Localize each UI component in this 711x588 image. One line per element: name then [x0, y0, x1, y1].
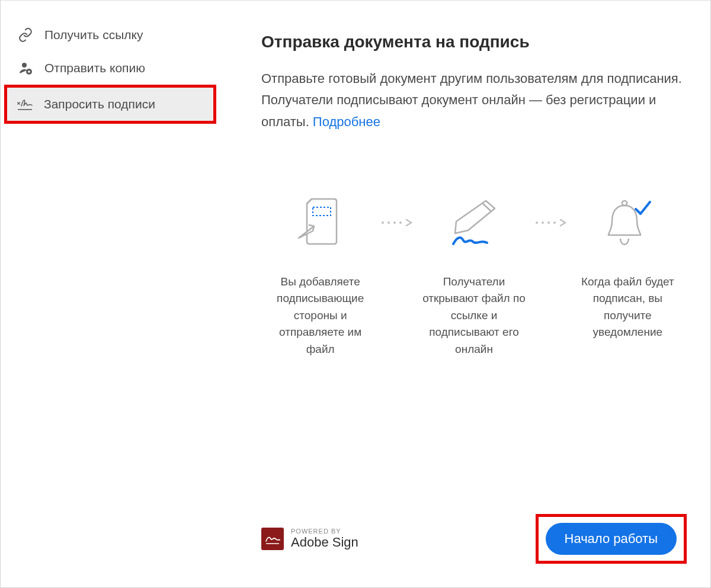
powered-top: POWERED BY: [291, 528, 358, 535]
svg-point-6: [393, 221, 396, 224]
main-content: Отправка документа на подпись Отправьте …: [220, 1, 710, 587]
footer: POWERED BY Adobe Sign Начало работы: [261, 514, 687, 564]
svg-point-13: [622, 201, 627, 205]
dots-arrow-icon: [379, 219, 415, 229]
step-1: Вы добавляете подписывающие стороны и от…: [261, 192, 379, 358]
svg-point-7: [399, 221, 402, 224]
page-title: Отправка документа на подпись: [261, 33, 687, 52]
sidebar: Получить ссылку Отправить копию: [1, 1, 220, 587]
bell-check-icon: [598, 192, 657, 257]
steps-row: Вы добавляете подписывающие стороны и от…: [261, 192, 687, 358]
svg-point-11: [547, 221, 550, 224]
start-button-highlight: Начало работы: [536, 514, 687, 564]
start-button[interactable]: Начало работы: [546, 523, 677, 555]
signature-icon: [17, 96, 33, 113]
svg-point-12: [553, 221, 556, 224]
adobe-sign-badge-icon: [261, 528, 284, 550]
sidebar-item-label: Отправить копию: [44, 61, 145, 75]
svg-point-0: [22, 63, 27, 68]
sidebar-item-label: Запросить подписи: [44, 97, 155, 111]
svg-point-10: [542, 221, 544, 224]
svg-point-5: [387, 221, 390, 224]
svg-point-9: [536, 221, 538, 224]
sidebar-item-send-copy[interactable]: Отправить копию: [1, 52, 220, 85]
link-icon: [17, 27, 34, 43]
learn-more-link[interactable]: Подробнее: [313, 114, 380, 129]
svg-point-4: [382, 221, 384, 224]
step-3: Когда файл будет подписан, вы получите у…: [569, 192, 687, 341]
sign-online-icon: [438, 192, 510, 257]
step-2: Получатели открывают файл по ссылке и по…: [415, 192, 533, 358]
sidebar-item-get-link[interactable]: Получить ссылку: [1, 18, 220, 52]
sidebar-item-request-signatures[interactable]: Запросить подписи: [4, 85, 216, 124]
step-text: Получатели открывают файл по ссылке и по…: [415, 274, 533, 358]
step-text: Вы добавляете подписывающие стороны и от…: [261, 274, 379, 358]
powered-text: POWERED BY Adobe Sign: [291, 528, 358, 550]
document-send-icon: [288, 192, 353, 257]
sidebar-item-label: Получить ссылку: [44, 28, 143, 42]
user-send-icon: [17, 60, 34, 76]
dots-arrow-icon: [533, 219, 569, 229]
powered-bottom: Adobe Sign: [291, 535, 358, 550]
step-text: Когда файл будет подписан, вы получите у…: [569, 274, 687, 341]
page-description: Отправьте готовый документ другим пользо…: [261, 68, 687, 133]
powered-by: POWERED BY Adobe Sign: [261, 528, 358, 550]
app-container: Получить ссылку Отправить копию: [0, 0, 711, 588]
